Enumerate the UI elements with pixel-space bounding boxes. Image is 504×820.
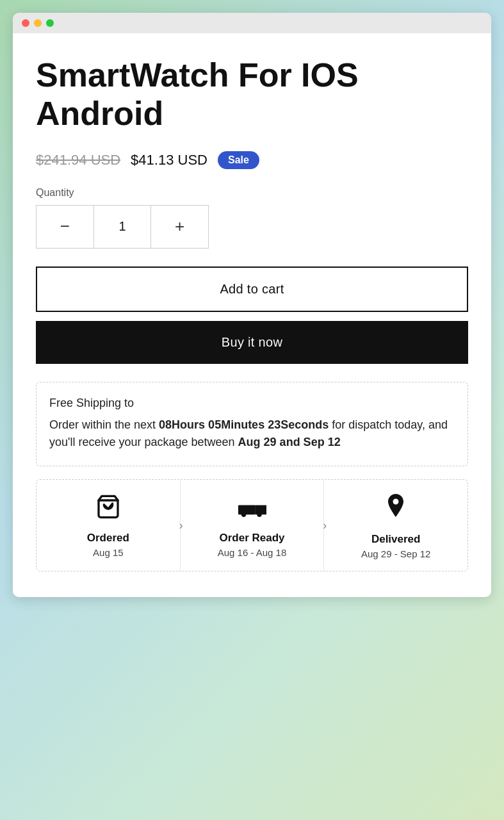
dispatch-text: Order within the next 08Hours 05Minutes … [49,416,455,452]
quantity-value: 1 [93,206,152,248]
quantity-decrease-button[interactable]: − [37,206,93,248]
delivery-dates: Aug 29 and Sep 12 [238,436,341,448]
ordered-icon [43,494,174,525]
page-content: SmartWatch For IOS Android $241.94 USD $… [13,33,491,597]
maximize-dot[interactable] [46,19,54,27]
add-to-cart-button[interactable]: Add to cart [36,266,468,312]
close-dot[interactable] [22,19,29,27]
svg-point-4 [241,512,245,517]
arrow-divider-1: › [175,519,188,532]
delivered-icon [330,494,461,527]
free-shipping-text: Free Shipping to [49,397,455,410]
order-ready-icon [187,494,318,525]
dispatch-prefix: Order within the next [49,418,159,431]
step-order-ready: Order Ready Aug 16 - Aug 18 › [181,480,325,571]
step-ordered-label: Ordered [43,532,174,545]
quantity-increase-button[interactable]: + [151,206,208,248]
step-order-ready-label: Order Ready [187,532,318,545]
svg-rect-1 [238,505,256,515]
sale-badge: Sale [218,151,259,169]
browser-window: SmartWatch For IOS Android $241.94 USD $… [13,13,491,597]
arrow-divider-2: › [318,519,331,532]
step-order-ready-date: Aug 16 - Aug 18 [187,547,318,558]
shipping-info-box: Free Shipping to Order within the next 0… [36,382,468,467]
browser-titlebar [13,13,491,33]
step-delivered-label: Delivered [330,533,461,546]
price-row: $241.94 USD $41.13 USD Sale [36,151,468,169]
minimize-dot[interactable] [34,19,42,27]
original-price: $241.94 USD [36,152,120,168]
step-delivered-date: Aug 29 - Sep 12 [330,548,461,559]
product-title: SmartWatch For IOS Android [36,56,468,133]
quantity-label: Quantity [36,187,468,199]
sale-price: $41.13 USD [131,152,207,168]
step-ordered: Ordered Aug 15 › [37,480,181,571]
step-delivered: Delivered Aug 29 - Sep 12 [324,480,467,571]
step-ordered-date: Aug 15 [43,547,174,558]
quantity-control: − 1 + [36,205,209,249]
dispatch-time: 08Hours 05Minutes 23Seconds [159,418,329,431]
buy-now-button[interactable]: Buy it now [36,321,468,364]
svg-point-5 [257,512,261,517]
delivery-steps: Ordered Aug 15 › Order Ready Aug 16 - Au… [36,479,468,571]
